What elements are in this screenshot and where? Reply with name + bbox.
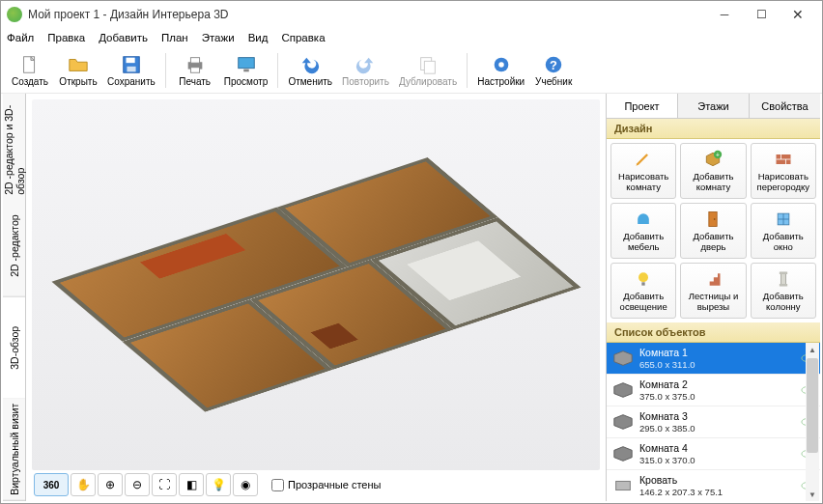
tab-3d-view[interactable]: 3D-обзор <box>3 297 25 400</box>
menu-view[interactable]: Вид <box>248 32 269 43</box>
tab-properties[interactable]: Свойства <box>750 94 820 118</box>
stairs-cutouts-button[interactable]: Лестницы ивырезы <box>680 263 746 319</box>
help-icon: ? <box>543 54 564 75</box>
tab-virtual-visit[interactable]: Виртуальный визит <box>3 399 25 501</box>
pencil-icon <box>634 150 653 169</box>
transparent-walls-toggle[interactable]: Прозрачные стены <box>271 479 381 491</box>
room-icon <box>612 445 634 462</box>
window-icon <box>774 210 793 229</box>
svg-rect-11 <box>424 61 435 73</box>
menu-floors[interactable]: Этажи <box>202 32 235 43</box>
design-tile-grid: Нарисоватькомнату +Добавитькомнату Нарис… <box>607 139 820 322</box>
scrollbar-thumb[interactable] <box>807 358 818 453</box>
lightbulb-icon <box>634 269 653 289</box>
list-item[interactable]: Комната 1655.0 x 311.0 <box>607 343 820 375</box>
menu-file[interactable]: Файл <box>7 32 34 43</box>
maximize-button[interactable]: ☐ <box>743 4 780 25</box>
cube-icon: ◧ <box>186 478 197 491</box>
svg-rect-8 <box>238 57 254 68</box>
svg-point-23 <box>714 218 716 220</box>
zoom-in-button[interactable]: ⊕ <box>98 473 123 496</box>
furniture-icon <box>612 477 634 494</box>
svg-rect-29 <box>780 272 785 285</box>
tab-floors[interactable]: Этажи <box>678 94 750 118</box>
create-button[interactable]: Создать <box>7 49 53 92</box>
add-room-button[interactable]: +Добавитькомнату <box>680 143 746 199</box>
draw-room-button[interactable]: Нарисоватькомнату <box>610 143 676 199</box>
lighting-button[interactable]: 💡 <box>206 473 231 496</box>
menu-help[interactable]: Справка <box>281 32 325 43</box>
rotate-360-button[interactable]: 360 <box>34 473 69 496</box>
list-item[interactable]: Комната 2375.0 x 375.0 <box>607 375 820 406</box>
design-section-header: Дизайн <box>607 119 820 139</box>
window-title: Мой проект 1 - Дизайн Интерьера 3D <box>28 8 229 21</box>
room-icon <box>612 413 634 431</box>
objects-list: Комната 1655.0 x 311.0 Комната 2375.0 x … <box>607 343 820 501</box>
svg-rect-30 <box>780 272 787 275</box>
scrollbar[interactable]: ▲ ▼ <box>806 343 819 501</box>
svg-rect-6 <box>190 57 199 62</box>
svg-rect-7 <box>190 67 199 72</box>
zoom-out-icon: ⊖ <box>132 478 142 491</box>
view-option-button[interactable]: ◉ <box>233 473 258 496</box>
svg-rect-22 <box>709 212 717 227</box>
undo-button[interactable]: Отменить <box>284 49 336 92</box>
floor-plan-render <box>32 99 600 470</box>
right-tabs: Проект Этажи Свойства <box>607 94 820 119</box>
transparent-walls-checkbox[interactable] <box>271 479 284 491</box>
toolbar-separator <box>467 53 468 88</box>
save-button[interactable]: Сохранить <box>103 49 159 92</box>
list-item[interactable]: Кровать146.2 x 207.3 x 75.1 <box>607 470 820 501</box>
scroll-down-icon[interactable]: ▼ <box>806 488 819 501</box>
svg-rect-4 <box>127 66 135 71</box>
duplicate-button[interactable]: Дублировать <box>395 49 461 92</box>
gear-icon <box>491 54 512 75</box>
eye-icon: ◉ <box>241 478 250 491</box>
toolbar: Создать Открыть Сохранить Печать Просмот… <box>1 47 822 94</box>
settings-button[interactable]: Настройки <box>473 49 528 92</box>
redo-button[interactable]: Повторить <box>338 49 393 92</box>
add-door-button[interactable]: Добавитьдверь <box>680 203 746 259</box>
minimize-button[interactable]: ─ <box>706 4 743 25</box>
hand-icon: ✋ <box>76 478 91 491</box>
tab-project[interactable]: Проект <box>607 94 678 118</box>
svg-point-13 <box>498 62 504 68</box>
tab-2d-3d-editor[interactable]: 2D -редактор и 3D-обзор <box>3 94 25 195</box>
toolbar-separator <box>277 53 278 88</box>
armchair-icon <box>634 210 653 229</box>
zoom-fit-button[interactable]: ⛶ <box>152 473 177 496</box>
tutorial-button[interactable]: ?Учебник <box>530 49 577 92</box>
add-window-button[interactable]: Добавитьокно <box>751 203 816 259</box>
close-button[interactable]: ✕ <box>780 4 816 25</box>
menu-plan[interactable]: План <box>161 32 188 43</box>
draw-partition-button[interactable]: Нарисоватьперегородку <box>751 143 816 199</box>
list-item[interactable]: Комната 3295.0 x 385.0 <box>607 406 820 438</box>
room-icon <box>612 350 634 367</box>
toolbar-separator <box>165 53 166 88</box>
svg-text:?: ? <box>550 57 557 71</box>
add-furniture-button[interactable]: Добавитьмебель <box>610 203 676 259</box>
svg-rect-40 <box>616 481 631 490</box>
open-button[interactable]: Открыть <box>55 49 101 92</box>
viewport-3d[interactable]: 360 ✋ ⊕ ⊖ ⛶ ◧ 💡 ◉ Прозрачные стены <box>26 94 606 501</box>
menu-edit[interactable]: Правка <box>47 32 85 43</box>
monitor-icon <box>236 54 257 75</box>
print-button[interactable]: Печать <box>172 49 218 92</box>
left-tabs: 2D -редактор и 3D-обзор 2D -редактор 3D-… <box>3 94 26 501</box>
list-item[interactable]: Комната 4315.0 x 370.0 <box>607 438 820 470</box>
menu-add[interactable]: Добавить <box>99 32 148 43</box>
preview-button[interactable]: Просмотр <box>220 49 272 92</box>
tab-2d-editor[interactable]: 2D -редактор <box>3 195 25 297</box>
svg-rect-28 <box>641 282 644 285</box>
duplicate-icon <box>417 54 439 75</box>
menu-bar: Файл Правка Добавить План Этажи Вид Спра… <box>1 28 822 47</box>
zoom-out-button[interactable]: ⊖ <box>125 473 150 496</box>
save-icon <box>121 54 142 75</box>
view-mode-button[interactable]: ◧ <box>179 473 204 496</box>
viewport-toolbar: 360 ✋ ⊕ ⊖ ⛶ ◧ 💡 ◉ Прозрачные стены <box>34 472 598 497</box>
scroll-up-icon[interactable]: ▲ <box>806 343 819 356</box>
add-lighting-button[interactable]: Добавитьосвещение <box>610 263 676 319</box>
add-column-button[interactable]: Добавитьколонну <box>751 263 816 319</box>
redo-icon <box>355 54 376 75</box>
pan-button[interactable]: ✋ <box>71 473 96 496</box>
